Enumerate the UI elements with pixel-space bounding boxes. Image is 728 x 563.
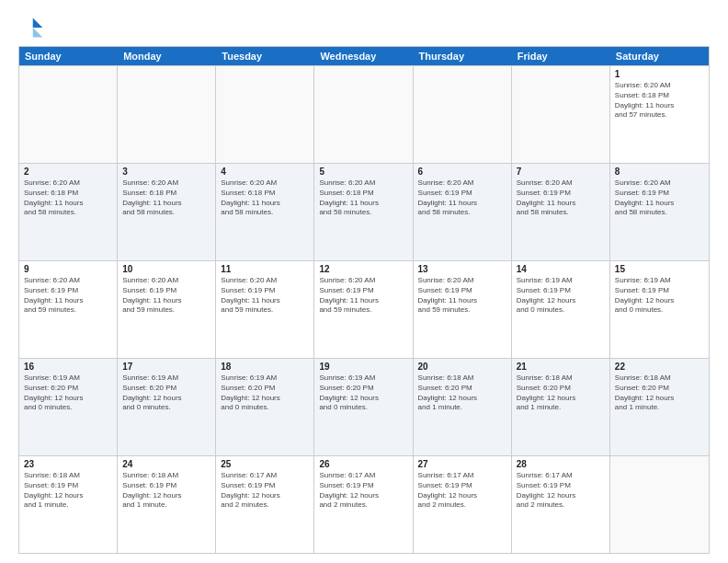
cell-info: Sunrise: 6:17 AM Sunset: 6:19 PM Dayligh…	[418, 471, 506, 511]
cell-info: Sunrise: 6:18 AM Sunset: 6:20 PM Dayligh…	[517, 373, 605, 413]
calendar-cell: 14Sunrise: 6:19 AM Sunset: 6:19 PM Dayli…	[512, 261, 610, 358]
weeks: 1Sunrise: 6:20 AM Sunset: 6:18 PM Daylig…	[19, 65, 709, 553]
calendar-cell: 9Sunrise: 6:20 AM Sunset: 6:19 PM Daylig…	[19, 261, 118, 358]
calendar-cell: 3Sunrise: 6:20 AM Sunset: 6:18 PM Daylig…	[118, 164, 216, 260]
cell-day-number: 2	[24, 167, 112, 177]
logo	[18, 15, 48, 40]
cell-info: Sunrise: 6:20 AM Sunset: 6:18 PM Dayligh…	[122, 178, 210, 218]
cell-info: Sunrise: 6:18 AM Sunset: 6:19 PM Dayligh…	[122, 471, 210, 511]
svg-marker-0	[33, 18, 43, 29]
cell-day-number: 7	[517, 167, 605, 177]
cell-day-number: 23	[24, 459, 112, 469]
cell-day-number: 12	[319, 264, 407, 274]
calendar-cell: 26Sunrise: 6:17 AM Sunset: 6:19 PM Dayli…	[314, 456, 413, 553]
cell-info: Sunrise: 6:17 AM Sunset: 6:19 PM Dayligh…	[517, 471, 605, 511]
cell-day-number: 28	[517, 459, 605, 469]
svg-marker-1	[33, 28, 43, 38]
week-row: 1Sunrise: 6:20 AM Sunset: 6:18 PM Daylig…	[19, 65, 709, 163]
cell-day-number: 4	[221, 167, 309, 177]
day-header: Monday	[118, 47, 216, 65]
calendar-cell	[512, 66, 610, 163]
cell-day-number: 13	[418, 264, 506, 274]
calendar-cell: 10Sunrise: 6:20 AM Sunset: 6:19 PM Dayli…	[118, 261, 216, 358]
day-header: Friday	[512, 47, 610, 65]
cell-info: Sunrise: 6:18 AM Sunset: 6:20 PM Dayligh…	[615, 373, 704, 413]
cell-info: Sunrise: 6:19 AM Sunset: 6:20 PM Dayligh…	[122, 373, 210, 413]
cell-day-number: 11	[221, 264, 309, 274]
calendar-cell: 15Sunrise: 6:19 AM Sunset: 6:19 PM Dayli…	[610, 261, 709, 358]
cell-info: Sunrise: 6:17 AM Sunset: 6:19 PM Dayligh…	[319, 471, 407, 511]
cell-day-number: 26	[319, 459, 407, 469]
cell-day-number: 5	[319, 167, 407, 177]
calendar-cell: 5Sunrise: 6:20 AM Sunset: 6:18 PM Daylig…	[314, 164, 413, 260]
cell-info: Sunrise: 6:20 AM Sunset: 6:19 PM Dayligh…	[24, 276, 112, 316]
calendar-cell	[216, 66, 314, 163]
day-header: Tuesday	[216, 47, 314, 65]
day-header: Wednesday	[314, 47, 413, 65]
cell-day-number: 27	[418, 459, 506, 469]
cell-info: Sunrise: 6:19 AM Sunset: 6:19 PM Dayligh…	[517, 276, 605, 316]
cell-day-number: 25	[221, 459, 309, 469]
calendar-cell: 24Sunrise: 6:18 AM Sunset: 6:19 PM Dayli…	[118, 456, 216, 553]
week-row: 16Sunrise: 6:19 AM Sunset: 6:20 PM Dayli…	[19, 358, 709, 455]
calendar-cell	[118, 66, 216, 163]
page: SundayMondayTuesdayWednesdayThursdayFrid…	[0, 0, 728, 563]
day-headers: SundayMondayTuesdayWednesdayThursdayFrid…	[19, 47, 709, 65]
calendar-cell: 16Sunrise: 6:19 AM Sunset: 6:20 PM Dayli…	[19, 359, 118, 455]
cell-day-number: 1	[615, 69, 704, 79]
calendar-cell	[19, 66, 118, 163]
cell-info: Sunrise: 6:20 AM Sunset: 6:19 PM Dayligh…	[221, 276, 309, 316]
cell-info: Sunrise: 6:20 AM Sunset: 6:18 PM Dayligh…	[319, 178, 407, 218]
cell-info: Sunrise: 6:20 AM Sunset: 6:19 PM Dayligh…	[418, 178, 506, 218]
cell-info: Sunrise: 6:19 AM Sunset: 6:20 PM Dayligh…	[24, 373, 112, 413]
cell-day-number: 14	[517, 264, 605, 274]
cell-info: Sunrise: 6:17 AM Sunset: 6:19 PM Dayligh…	[221, 471, 309, 511]
calendar-cell: 20Sunrise: 6:18 AM Sunset: 6:20 PM Dayli…	[414, 359, 512, 455]
cell-day-number: 20	[418, 362, 506, 372]
cell-info: Sunrise: 6:20 AM Sunset: 6:19 PM Dayligh…	[615, 178, 704, 218]
calendar-cell: 28Sunrise: 6:17 AM Sunset: 6:19 PM Dayli…	[512, 456, 610, 553]
calendar-cell: 13Sunrise: 6:20 AM Sunset: 6:19 PM Dayli…	[414, 261, 512, 358]
calendar-cell: 8Sunrise: 6:20 AM Sunset: 6:19 PM Daylig…	[610, 164, 709, 260]
cell-info: Sunrise: 6:20 AM Sunset: 6:19 PM Dayligh…	[418, 276, 506, 316]
day-header: Thursday	[414, 47, 512, 65]
logo-icon	[18, 15, 44, 40]
header	[18, 15, 710, 40]
calendar-cell: 21Sunrise: 6:18 AM Sunset: 6:20 PM Dayli…	[512, 359, 610, 455]
cell-info: Sunrise: 6:18 AM Sunset: 6:20 PM Dayligh…	[418, 373, 506, 413]
calendar-cell: 1Sunrise: 6:20 AM Sunset: 6:18 PM Daylig…	[610, 66, 709, 163]
calendar-cell: 25Sunrise: 6:17 AM Sunset: 6:19 PM Dayli…	[216, 456, 314, 553]
cell-info: Sunrise: 6:20 AM Sunset: 6:19 PM Dayligh…	[517, 178, 605, 218]
calendar-cell: 4Sunrise: 6:20 AM Sunset: 6:18 PM Daylig…	[216, 164, 314, 260]
calendar-cell	[610, 456, 709, 553]
cell-day-number: 17	[122, 362, 210, 372]
day-header: Saturday	[610, 47, 709, 65]
week-row: 9Sunrise: 6:20 AM Sunset: 6:19 PM Daylig…	[19, 260, 709, 358]
week-row: 2Sunrise: 6:20 AM Sunset: 6:18 PM Daylig…	[19, 163, 709, 260]
cell-day-number: 16	[24, 362, 112, 372]
cell-info: Sunrise: 6:19 AM Sunset: 6:20 PM Dayligh…	[319, 373, 407, 413]
calendar-cell: 17Sunrise: 6:19 AM Sunset: 6:20 PM Dayli…	[118, 359, 216, 455]
calendar-cell	[314, 66, 413, 163]
cell-day-number: 22	[615, 362, 704, 372]
cell-info: Sunrise: 6:19 AM Sunset: 6:20 PM Dayligh…	[221, 373, 309, 413]
calendar-cell: 2Sunrise: 6:20 AM Sunset: 6:18 PM Daylig…	[19, 164, 118, 260]
calendar-cell: 27Sunrise: 6:17 AM Sunset: 6:19 PM Dayli…	[414, 456, 512, 553]
calendar-cell: 7Sunrise: 6:20 AM Sunset: 6:19 PM Daylig…	[512, 164, 610, 260]
calendar-cell: 19Sunrise: 6:19 AM Sunset: 6:20 PM Dayli…	[314, 359, 413, 455]
calendar-cell: 18Sunrise: 6:19 AM Sunset: 6:20 PM Dayli…	[216, 359, 314, 455]
calendar-cell	[414, 66, 512, 163]
calendar-cell: 12Sunrise: 6:20 AM Sunset: 6:19 PM Dayli…	[314, 261, 413, 358]
cell-day-number: 10	[122, 264, 210, 274]
cell-info: Sunrise: 6:20 AM Sunset: 6:19 PM Dayligh…	[319, 276, 407, 316]
cell-info: Sunrise: 6:20 AM Sunset: 6:19 PM Dayligh…	[122, 276, 210, 316]
cell-day-number: 3	[122, 167, 210, 177]
cell-day-number: 8	[615, 167, 704, 177]
calendar-cell: 23Sunrise: 6:18 AM Sunset: 6:19 PM Dayli…	[19, 456, 118, 553]
cell-day-number: 24	[122, 459, 210, 469]
calendar-cell: 6Sunrise: 6:20 AM Sunset: 6:19 PM Daylig…	[414, 164, 512, 260]
cell-info: Sunrise: 6:20 AM Sunset: 6:18 PM Dayligh…	[24, 178, 112, 218]
cell-day-number: 19	[319, 362, 407, 372]
cell-day-number: 15	[615, 264, 704, 274]
cell-day-number: 6	[418, 167, 506, 177]
